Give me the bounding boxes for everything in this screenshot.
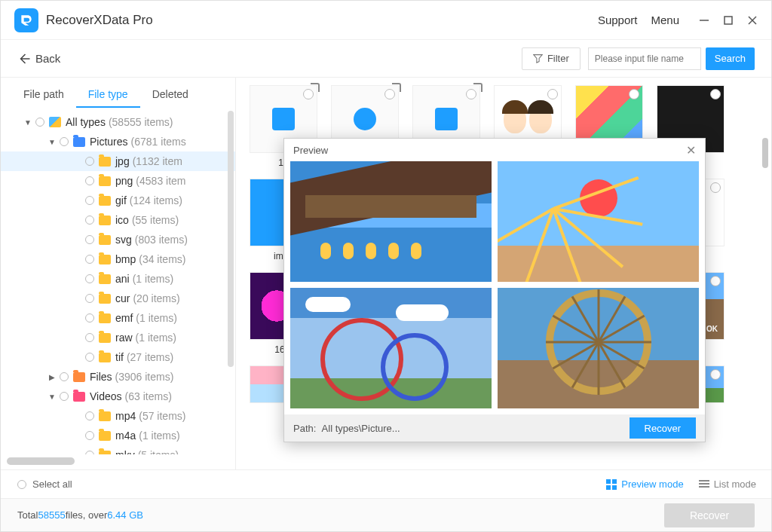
expand-icon[interactable]: ▼ [22, 118, 34, 127]
radio[interactable] [85, 157, 94, 166]
app-title: RecoverXData Pro [46, 13, 153, 28]
radio[interactable] [85, 411, 94, 420]
search-button[interactable]: Search [706, 47, 755, 70]
list-icon [699, 480, 709, 489]
maximize-button[interactable] [723, 15, 734, 26]
select-all[interactable]: Select all [16, 478, 72, 490]
radio[interactable] [85, 176, 94, 185]
preview-mode-button[interactable]: Preview mode [606, 478, 683, 490]
tree[interactable]: ▼ All types(58555 items) ▼ Pictures(6781… [1, 108, 235, 454]
tree-node-tif[interactable]: tif(27 items) [1, 347, 235, 367]
preview-image[interactable] [498, 288, 699, 408]
tree-node-jpg[interactable]: jpg(1132 item [1, 151, 235, 171]
sidebar: File path File type Deleted ▼ All types(… [1, 78, 236, 469]
grid-scrollbar[interactable] [762, 138, 768, 168]
radio[interactable] [85, 333, 94, 342]
thumb-checkbox[interactable] [466, 89, 476, 99]
radio[interactable] [85, 255, 94, 264]
sidebar-h-scroll[interactable] [7, 457, 229, 466]
radio[interactable] [85, 216, 94, 225]
titlebar: RecoverXData Pro Support Menu [1, 1, 771, 40]
thumb-checkbox[interactable] [710, 89, 721, 99]
expand-icon[interactable]: ▶ [46, 373, 58, 381]
radio[interactable] [85, 451, 94, 454]
radio[interactable] [85, 353, 94, 362]
window-controls [699, 15, 758, 26]
radio[interactable] [60, 372, 69, 381]
logo-icon [19, 13, 34, 28]
radio[interactable] [60, 137, 69, 146]
footbar: Select all Preview mode List mode [1, 469, 771, 498]
tree-node-ani[interactable]: ani(1 items) [1, 269, 235, 289]
tree-node-pictures[interactable]: ▼ Pictures(6781 items [1, 132, 235, 151]
radio[interactable] [85, 294, 94, 303]
radio[interactable] [85, 274, 94, 283]
radio[interactable] [85, 431, 94, 440]
preview-image[interactable] [290, 288, 492, 408]
back-button[interactable]: Back [17, 52, 60, 66]
toolbar: Back Filter Search [1, 40, 771, 78]
preview-close-button[interactable]: ✕ [686, 143, 696, 157]
expand-icon[interactable]: ▼ [46, 393, 58, 401]
menu-link[interactable]: Menu [651, 14, 679, 26]
folder-icon [73, 137, 85, 147]
select-all-radio[interactable] [17, 480, 26, 489]
tree-node-emf[interactable]: emf(1 items) [1, 308, 235, 328]
thumb-checkbox[interactable] [629, 89, 639, 99]
folder-icon [99, 216, 111, 225]
folder-icon [99, 176, 111, 186]
preview-image[interactable] [498, 161, 699, 282]
filter-button[interactable]: Filter [522, 47, 581, 70]
close-button[interactable] [747, 15, 758, 26]
thumb-checkbox[interactable] [710, 182, 721, 193]
tree-node-files[interactable]: ▶Files(3906 items) [1, 367, 235, 387]
thumb-checkbox[interactable] [710, 276, 721, 286]
minimize-button[interactable] [699, 15, 709, 26]
tree-node-png[interactable]: png(4583 item [1, 171, 235, 191]
tree-scrollbar[interactable] [228, 111, 234, 367]
preview-path-value: All types\Picture... [322, 423, 400, 434]
search-input[interactable] [588, 47, 701, 70]
tree-node-m4a[interactable]: m4a(1 items) [1, 426, 235, 445]
preview-path-label: Path: [293, 423, 316, 434]
folder-icon [99, 333, 111, 343]
list-mode-button[interactable]: List mode [699, 478, 756, 490]
radio[interactable] [85, 313, 94, 323]
tree-node-gif[interactable]: gif(124 items) [1, 191, 235, 210]
folder-icon [99, 411, 111, 421]
radio[interactable] [85, 235, 94, 244]
tree-node-svg[interactable]: svg(803 items) [1, 230, 235, 249]
status-total-size: 6.44 GB [107, 509, 143, 521]
grid-icon [606, 479, 617, 490]
folder-icon [99, 196, 111, 206]
folder-icon [99, 294, 111, 304]
tree-node-all-types[interactable]: ▼ All types(58555 items) [1, 112, 235, 132]
thumb-checkbox[interactable] [303, 89, 314, 99]
thumb-checkbox[interactable] [547, 89, 558, 99]
tree-node-bmp[interactable]: bmp(34 items) [1, 249, 235, 269]
tree-node-cur[interactable]: cur(20 items) [1, 289, 235, 308]
support-link[interactable]: Support [598, 14, 638, 26]
tree-node-mp4[interactable]: mp4(57 items) [1, 406, 235, 426]
thumb-checkbox[interactable] [384, 89, 395, 99]
radio[interactable] [35, 118, 44, 127]
list-mode-label: List mode [714, 478, 756, 490]
back-label: Back [35, 52, 60, 65]
tab-file-type[interactable]: File type [76, 85, 140, 108]
preview-recover-button[interactable]: Recover [630, 417, 696, 439]
tree-node-raw[interactable]: raw(1 items) [1, 328, 235, 347]
app-window: RecoverXData Pro Support Menu Back Filte… [0, 0, 772, 532]
tree-node-ico[interactable]: ico(55 items) [1, 210, 235, 230]
tab-deleted[interactable]: Deleted [140, 85, 201, 108]
preview-image[interactable] [290, 161, 492, 282]
radio[interactable] [85, 196, 94, 205]
tree-node-mkv[interactable]: mkv(5 items) [1, 445, 235, 454]
tree-node-videos[interactable]: ▼Videos(63 items) [1, 387, 235, 406]
expand-icon[interactable]: ▼ [46, 138, 58, 146]
statusbar: Total 58555 files, over 6.44 GB Recover [1, 498, 771, 531]
tab-file-path[interactable]: File path [11, 85, 76, 108]
recover-button[interactable]: Recover [664, 503, 755, 527]
thumb-checkbox[interactable] [710, 369, 721, 380]
radio[interactable] [60, 392, 69, 401]
folder-icon [73, 372, 85, 382]
